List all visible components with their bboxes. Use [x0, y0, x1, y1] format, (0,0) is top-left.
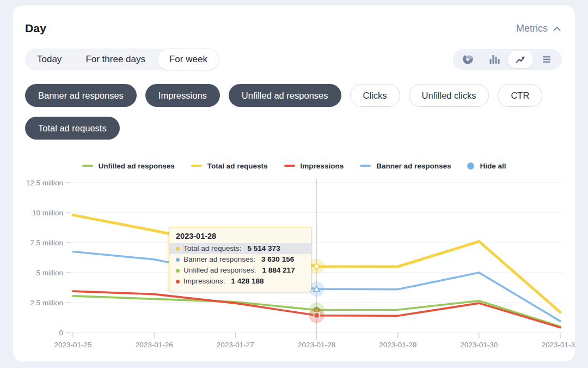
tab-for-week[interactable]: For week	[157, 49, 219, 70]
page-title: Day	[25, 22, 46, 35]
legend-label: Unfilled ad responses	[99, 162, 175, 170]
x-axis-tick-label: 2023-01-29	[379, 341, 416, 349]
chart-tooltip: 2023-01-28 Total ad requests:5 514 373Ba…	[169, 227, 311, 292]
legend-swatch	[360, 165, 371, 167]
x-axis-tick-label: 2023-01-31	[541, 341, 575, 349]
card-header: Day Metrics	[13, 5, 575, 35]
legend-swatch	[284, 165, 295, 167]
x-axis-tick-label: 2023-01-28	[298, 341, 335, 349]
tooltip-series-dot	[176, 247, 180, 251]
metric-chip-clicks[interactable]: Clicks	[350, 84, 400, 107]
legend-label: Hide all	[480, 162, 506, 170]
metrics-card: Day Metrics TodayFor three daysFor week	[13, 5, 575, 361]
legend-swatch	[82, 165, 93, 167]
metrics-toggle-label: Metrics	[516, 23, 548, 34]
chevron-up-icon	[553, 26, 561, 31]
chart-type-line-button[interactable]	[508, 51, 533, 68]
chart-type-toolbar	[453, 49, 562, 70]
tooltip-row-unfilled-ad-responses: Unfilled ad responses:1 884 217	[169, 265, 311, 276]
hide-all-dot	[467, 162, 474, 170]
y-axis-tick-label: 0	[59, 329, 63, 337]
chart-type-list-button[interactable]	[534, 51, 559, 68]
y-axis-tick-label: 2.5 million	[30, 299, 63, 307]
tooltip-row-impressions: Impressions:1 428 188	[169, 276, 311, 287]
legend-label: Impressions	[301, 162, 344, 170]
tooltip-row-banner-ad-responses: Banner ad responses:3 630 156	[169, 254, 311, 265]
tooltip-series-dot	[176, 269, 180, 273]
x-axis-tick-label: 2023-01-30	[460, 341, 498, 349]
metric-chip-banner-ad-responses[interactable]: Banner ad responses	[25, 84, 137, 107]
tooltip-series-dot	[176, 280, 180, 283]
x-axis-tick-label: 2023-01-27	[217, 341, 254, 349]
x-axis-tick-label: 2023-01-25	[54, 341, 91, 349]
legend-swatch	[191, 165, 202, 167]
tooltip-row-total-ad-requests: Total ad requests:5 514 373	[169, 243, 311, 254]
tooltip-date: 2023-01-28	[169, 232, 311, 240]
legend-item-total-ad-requests[interactable]: Total ad requests	[191, 162, 268, 170]
y-axis-tick-label: 10 million	[32, 209, 63, 217]
chart-legend: Unfilled ad responsesTotal ad requestsIm…	[13, 161, 575, 170]
period-tabs: TodayFor three daysFor week	[25, 49, 219, 70]
tab-today[interactable]: Today	[25, 49, 74, 70]
trend-line-icon	[515, 54, 526, 65]
pie-chart-icon	[462, 53, 474, 65]
legend-item-banner-ad-responses[interactable]: Banner ad responses	[360, 162, 451, 170]
chart-area[interactable]: 02.5 million5 million7.5 million10 milli…	[13, 174, 575, 360]
x-axis-tick-label: 2023-01-26	[136, 341, 173, 349]
legend-item-impressions[interactable]: Impressions	[284, 162, 344, 170]
metrics-collapse-toggle[interactable]: Metrics	[516, 23, 561, 34]
metric-chip-total-ad-requests[interactable]: Total ad requests	[25, 117, 120, 140]
y-axis-tick-label: 7.5 million	[30, 239, 63, 247]
hamburger-icon	[541, 54, 552, 65]
metric-chip-impressions[interactable]: Impressions	[145, 84, 220, 107]
hover-marker-impressions	[314, 313, 320, 318]
chart-type-bars-button[interactable]	[482, 51, 507, 68]
legend-item-unfilled-ad-responses[interactable]: Unfilled ad responses	[82, 162, 175, 170]
controls-row: TodayFor three daysFor week	[13, 49, 575, 70]
metric-chip-ctr[interactable]: CTR	[498, 84, 542, 107]
metric-chips: Banner ad responsesImpressionsUnfilled a…	[13, 84, 575, 140]
metric-chip-unfilled-clicks[interactable]: Unfilled clicks	[409, 84, 489, 107]
legend-label: Banner ad responses	[376, 162, 451, 170]
metric-chip-unfilled-ad-responses[interactable]: Unfilled ad responses	[229, 84, 341, 107]
y-axis-tick-label: 12.5 million	[26, 179, 63, 187]
y-axis-tick-label: 5 million	[36, 269, 63, 277]
legend-hide-all[interactable]: Hide all	[467, 162, 506, 170]
bar-chart-icon	[489, 54, 500, 65]
tab-for-three-days[interactable]: For three days	[74, 49, 157, 70]
tooltip-series-dot	[176, 258, 180, 262]
tooltip-rows: Total ad requests:5 514 373Banner ad res…	[169, 243, 311, 287]
chart-type-pie-button[interactable]	[456, 51, 481, 68]
legend-label: Total ad requests	[207, 162, 268, 170]
